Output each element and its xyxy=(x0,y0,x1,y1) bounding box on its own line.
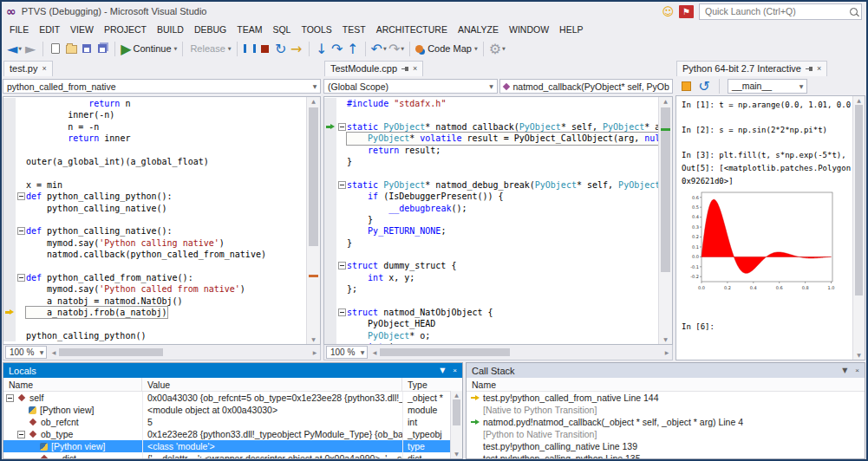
open-file-button[interactable] xyxy=(64,40,78,57)
zoom-dropdown[interactable]: 100 % ▼ xyxy=(326,346,368,359)
locals-row[interactable]: [Python view]<class 'module'>type xyxy=(3,440,451,452)
fold-collapse-icon[interactable] xyxy=(338,262,346,269)
call-stack-frame[interactable]: natmod.pyd!natmod_callback(_object * sel… xyxy=(467,416,865,428)
vertical-scrollbar[interactable]: ▲ ▼ xyxy=(658,97,672,344)
fold-collapse-icon[interactable] xyxy=(17,227,25,235)
scroll-up-icon[interactable]: ▲ xyxy=(307,97,320,106)
step-out-button[interactable]: ↑ xyxy=(346,40,360,57)
tree-expander-icon[interactable] xyxy=(17,431,25,438)
locals-row[interactable]: ob_refcnt5int xyxy=(3,416,451,428)
pin-icon[interactable] xyxy=(806,65,813,72)
scrollbar-thumb[interactable] xyxy=(309,107,318,246)
code-editor-testpy[interactable]: return n inner(-n) n = -n return innerou… xyxy=(3,96,321,345)
column-header-type[interactable]: Type xyxy=(402,378,462,391)
quick-launch-box[interactable] xyxy=(699,3,862,20)
scroll-right-icon[interactable]: ▶ xyxy=(310,349,320,355)
menu-item-file[interactable]: FILE xyxy=(4,24,34,35)
vertical-scrollbar[interactable]: ▲ ▼ xyxy=(450,391,462,458)
column-header-name[interactable]: Name xyxy=(3,378,142,391)
column-header-value[interactable]: Value xyxy=(142,378,402,391)
scope-dropdown[interactable]: (Global Scope) ▼ xyxy=(323,79,498,94)
call-stack-frame[interactable]: [Python to Native Transition] xyxy=(467,428,865,440)
call-stack-frame[interactable]: [Native to Python Transition] xyxy=(467,404,865,416)
navigate-forward-button[interactable]: ► xyxy=(23,40,37,57)
fold-collapse-icon[interactable] xyxy=(17,192,25,200)
scrollbar-thumb[interactable] xyxy=(855,105,863,295)
locals-row[interactable]: ob_type0x1e23ee28 {python33.dll!_typeobj… xyxy=(3,428,451,440)
locals-title-bar[interactable]: Locals ▼ × xyxy=(3,363,462,378)
member-dropdown[interactable]: python_called_from_native ▼ xyxy=(3,79,321,94)
reset-repl-button[interactable]: ↺ xyxy=(697,77,711,94)
close-icon[interactable]: × xyxy=(413,65,417,73)
fold-collapse-icon[interactable] xyxy=(338,181,346,189)
call-stack-frame[interactable]: test.py!python_calling_native Line 139 xyxy=(467,440,865,452)
scroll-left-icon[interactable]: ◀ xyxy=(49,349,59,355)
scrollbar-thumb[interactable] xyxy=(380,348,510,356)
locals-row[interactable]: [Python view]<module object at 0x00a4303… xyxy=(3,404,451,416)
scroll-down-icon[interactable]: ▼ xyxy=(853,351,865,360)
horizontal-scrollbar[interactable]: ◀ ▶ xyxy=(369,346,672,359)
close-icon[interactable]: × xyxy=(42,65,46,73)
scrollbar-thumb[interactable] xyxy=(661,107,670,272)
feedback-smiley-icon[interactable]: ☺ xyxy=(662,6,674,17)
scroll-down-icon[interactable]: ▼ xyxy=(451,450,462,458)
close-icon[interactable]: × xyxy=(855,367,859,374)
tab-python-interactive[interactable]: Python 64-bit 2.7 Interactive × xyxy=(676,61,827,76)
menu-item-test[interactable]: TEST xyxy=(337,24,371,35)
scrollbar-thumb[interactable] xyxy=(453,399,460,425)
step-over-button[interactable]: ↷ xyxy=(330,40,344,57)
redo-button[interactable]: ↷▼ xyxy=(388,40,404,57)
scroll-up-icon[interactable]: ▲ xyxy=(451,391,462,399)
new-file-button[interactable] xyxy=(49,40,62,57)
restart-button[interactable]: ↻ xyxy=(274,40,288,57)
menu-item-tools[interactable]: TOOLS xyxy=(296,24,336,35)
menu-item-view[interactable]: VIEW xyxy=(65,24,99,35)
show-next-statement-button[interactable]: → xyxy=(290,40,303,57)
call-stack-title-bar[interactable]: Call Stack ▼ × xyxy=(467,363,865,378)
tree-expander-icon[interactable] xyxy=(6,394,14,402)
toolbar-options-button[interactable]: ⚙▼ xyxy=(489,40,506,57)
vertical-scrollbar[interactable]: ▲ ▼ xyxy=(306,97,320,344)
interactive-output[interactable]: In [1]: t = np.arange(0.0, 1.01, 0.0In [… xyxy=(675,95,865,360)
fold-collapse-icon[interactable] xyxy=(338,308,346,316)
scroll-down-icon[interactable]: ▼ xyxy=(659,335,672,344)
module-scope-dropdown[interactable]: __main__ ▼ xyxy=(728,79,807,94)
menu-item-team[interactable]: TEAM xyxy=(232,24,267,35)
quick-launch-input[interactable] xyxy=(703,5,847,17)
call-stack-frame[interactable]: test.py!python_called_from_native Line 1… xyxy=(467,392,865,404)
fold-collapse-icon[interactable] xyxy=(17,274,25,282)
tab-testmodule[interactable]: TestModule.cpp × xyxy=(324,61,423,76)
call-stack-frame[interactable]: test.py!python_calling_python Line 135 xyxy=(467,452,865,458)
menu-item-sql[interactable]: SQL xyxy=(267,24,296,35)
tab-testpy[interactable]: test.py × xyxy=(3,61,53,76)
step-into-button[interactable]: ↓ xyxy=(315,40,329,57)
stop-debugging-button[interactable] xyxy=(258,40,272,57)
code-editor-testmodule[interactable]: #include "stdafx.h"static PyObject* natm… xyxy=(323,96,673,345)
menu-item-project[interactable]: PROJECT xyxy=(99,24,152,35)
code-map-button[interactable]: Code Map▼ xyxy=(415,40,478,57)
close-icon[interactable]: × xyxy=(453,367,457,374)
menu-item-analyze[interactable]: ANALYZE xyxy=(453,24,504,35)
locals-row[interactable]: self0x00a43030 {ob_refcnt=5 ob_type=0x1e… xyxy=(3,392,451,404)
history-button[interactable] xyxy=(679,77,693,94)
menu-item-edit[interactable]: EDIT xyxy=(34,24,65,35)
continue-button[interactable]: ▶Continue▼ xyxy=(121,40,177,57)
window-position-icon[interactable]: ▼ xyxy=(842,367,847,374)
scroll-right-icon[interactable]: ▶ xyxy=(662,349,672,355)
navigate-backward-button[interactable]: ◄▼ xyxy=(7,40,22,57)
pin-icon[interactable] xyxy=(401,65,408,72)
solution-configuration-dropdown[interactable]: Release▼ xyxy=(188,40,231,57)
member-dropdown[interactable]: natmod_callback(PyObject* self, PyOb ▼ xyxy=(499,79,674,94)
scroll-down-icon[interactable]: ▼ xyxy=(307,335,320,344)
menu-item-help[interactable]: HELP xyxy=(554,24,588,35)
notifications-flag-icon[interactable]: ⚑ xyxy=(679,5,694,18)
scrollbar-thumb[interactable] xyxy=(59,348,163,356)
scroll-up-icon[interactable]: ▲ xyxy=(659,97,672,106)
menu-item-architecture[interactable]: ARCHITECTURE xyxy=(371,24,453,35)
interactive-prompt[interactable]: In [6]: xyxy=(682,321,853,334)
locals-row[interactable]: __dict__{'__delattr__': <wrapper descrip… xyxy=(3,452,451,458)
column-header-name[interactable]: Name xyxy=(467,378,865,391)
vertical-scrollbar[interactable]: ▲ ▼ xyxy=(852,96,865,360)
close-icon[interactable]: × xyxy=(817,65,821,73)
menu-item-build[interactable]: BUILD xyxy=(152,24,189,35)
